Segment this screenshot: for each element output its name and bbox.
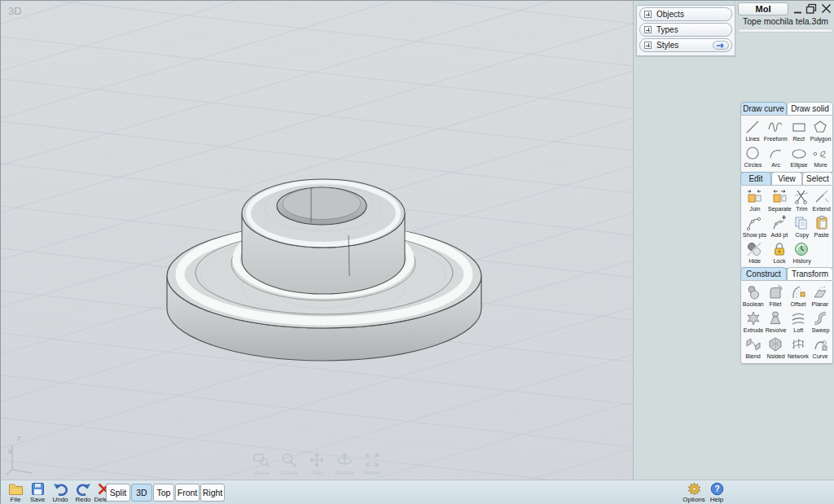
tool-hide[interactable]: Hide [742,240,767,266]
tab-edit[interactable]: Edit [740,172,771,185]
viewport-canvas [1,1,634,480]
tool-curve[interactable]: Curve [810,335,832,362]
tool-network[interactable]: Network [787,335,810,362]
tool-extrude[interactable]: Extrude [742,309,765,335]
offset-icon [790,284,806,300]
more-icon [812,145,828,161]
reset-button[interactable]: Reset [362,452,383,476]
close-button[interactable] [819,2,832,15]
tool-boolean[interactable]: Boolean [742,283,765,309]
boolean-icon [745,284,762,300]
tool-copy[interactable]: Copy [792,214,811,240]
bottom-toolbar: File Save Undo Redo [1,480,834,504]
paste-clipboard-icon [814,215,830,231]
section-styles[interactable]: Styles [639,38,732,52]
show-points-icon [746,215,762,231]
arrow-right-icon [716,42,726,49]
tool-freeform[interactable]: Freeform [763,118,788,144]
tab-select[interactable]: Select [802,172,833,185]
axis-z-label: z [17,434,21,442]
save-button[interactable]: Save [27,482,48,503]
tool-revolve[interactable]: Revolve [765,309,787,335]
separate-icon [771,189,788,205]
pan-button[interactable]: Pan [306,452,327,476]
polygon-icon [812,119,828,135]
tool-arc[interactable]: Arc [763,144,788,170]
expand-plus-icon[interactable] [644,11,652,18]
section-objects[interactable]: Objects [639,7,732,21]
rotate-button[interactable]: Rotate [334,452,355,476]
pan-icon [309,452,325,468]
restore-button[interactable] [805,2,818,15]
tool-separate[interactable]: Separate [767,188,792,214]
tab-draw-solid[interactable]: Draw solid [787,102,833,115]
tool-sweep[interactable]: Sweep [810,309,832,335]
tool-circles[interactable]: Circles [742,144,763,170]
view-tab-3d[interactable]: 3D [131,484,152,502]
document-title: Tope mochila tela.3dm [738,16,833,26]
tool-paste[interactable]: Paste [812,214,832,240]
expand-plus-icon[interactable] [644,26,652,33]
area-zoom-button[interactable]: Area [251,452,272,476]
tool-ellipse[interactable]: Ellipse [788,144,810,170]
model-flange[interactable] [167,179,481,361]
zoom-icon [281,452,297,468]
tool-polygon[interactable]: Polygon [810,118,832,144]
right-panel: Objects Types Styles MoI [634,1,834,480]
zoom-button[interactable]: Zoom [279,452,300,476]
tool-offset[interactable]: Offset [787,283,810,309]
hide-icon [746,241,762,257]
tool-planar[interactable]: Planar [810,283,832,309]
copy-icon [793,215,810,231]
lock-icon [771,241,788,257]
minimize-button[interactable] [791,2,804,15]
view-tab-split[interactable]: Split [106,484,130,502]
redo-button[interactable]: Redo [72,482,94,503]
tool-history[interactable]: History [792,240,811,266]
arc-icon [767,145,784,161]
blend-icon [745,336,762,353]
file-button[interactable]: File [5,482,26,503]
tool-extend[interactable]: Extend [812,188,832,214]
redo-arrow-icon [76,482,91,496]
tool-lock[interactable]: Lock [767,240,792,266]
expand-plus-icon[interactable] [644,42,652,49]
view-tab-right[interactable]: Right [200,484,225,502]
view-tab-top[interactable]: Top [153,484,174,502]
add-point-icon [771,215,788,231]
tool-join[interactable]: Join [742,188,767,214]
tab-transform[interactable]: Transform [787,267,833,280]
ellipse-icon [791,145,807,161]
styles-arrow-button[interactable] [713,41,729,50]
sweep-icon [812,310,828,327]
history-icon [793,241,810,257]
help-icon: ? [710,482,724,496]
tab-construct[interactable]: Construct [740,267,787,280]
tool-loft[interactable]: Loft [787,309,810,335]
tool-trim[interactable]: Trim [792,188,811,214]
revolve-icon [767,310,784,327]
scene-browser-panel: Objects Types Styles [636,5,735,56]
view-tab-front[interactable]: Front [175,484,200,502]
viewport-nav-controls: Area Zoom Pan Rotate [251,452,383,476]
restore-icon [805,3,817,14]
section-types[interactable]: Types [639,23,732,37]
tool-more[interactable]: More [810,144,832,170]
tool-fillet[interactable]: Fillet [765,283,787,309]
options-button[interactable]: Options [683,482,705,503]
area-zoom-icon [252,452,270,468]
tool-add-pt[interactable]: Add pt [767,214,792,240]
tool-show-pts[interactable]: Show pts [742,214,767,240]
options-gear-icon [687,482,701,496]
tool-blend[interactable]: Blend [742,335,765,362]
undo-button[interactable]: Undo [50,482,71,503]
tool-nsided[interactable]: Nsided [765,335,787,362]
moi-menu-button[interactable]: MoI [738,2,788,15]
viewport-3d[interactable]: 3D z x Area [1,1,634,480]
moi-window: 3D z x Area [0,0,834,504]
tool-lines[interactable]: Lines [742,118,763,144]
tab-view[interactable]: View [771,172,802,185]
tab-draw-curve[interactable]: Draw curve [740,102,787,115]
tool-rect[interactable]: Rect [788,118,810,144]
help-button[interactable]: ? Help [706,482,727,503]
